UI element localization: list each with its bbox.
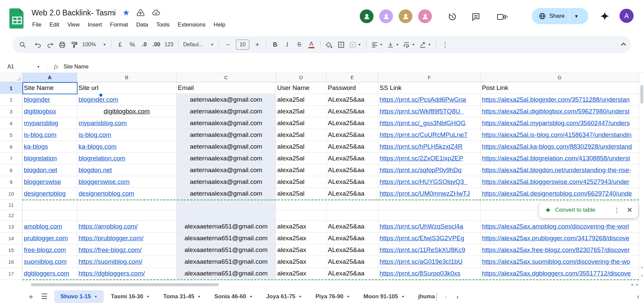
popup-more-icon[interactable]: ⋮ <box>611 206 623 214</box>
share-dropdown[interactable]: ▼ <box>569 14 583 19</box>
cell-G15[interactable]: https://alexa25ax.free-blogz.com/8230765… <box>481 244 639 256</box>
sheet-tab-menu-caret[interactable]: ▼ <box>249 295 253 298</box>
cell-F11[interactable] <box>378 200 481 210</box>
column-header-B[interactable]: B <box>77 73 177 82</box>
cell-E12[interactable] <box>327 210 378 221</box>
version-history-icon[interactable] <box>448 12 457 21</box>
cell-G3[interactable]: https://alexa25al.digiblogbox.com/596279… <box>481 106 639 117</box>
cell-C9[interactable]: aeternaalexa@gmail.com <box>177 176 276 188</box>
cell-C2[interactable]: aeternaalexa@gmail.com <box>177 94 276 106</box>
cell-E1[interactable]: Password <box>327 82 378 94</box>
cell-C8[interactable]: aeternaalexa@gmail.com <box>177 164 276 176</box>
cell-C4[interactable]: aeternaalexa@gmail.com <box>177 117 276 129</box>
cell-B4[interactable]: myparisblog.com <box>77 117 177 129</box>
sheet-tab-shuvo-1-15[interactable]: Shuvo 1-15▼ <box>54 290 104 303</box>
cell-F6[interactable]: https://prnt.sc/hPLH5kzxtZ4R <box>378 141 481 153</box>
zoom-select[interactable]: 100%▼ <box>80 39 108 51</box>
cell-B15[interactable]: https://free-blogz.com/ <box>77 244 177 256</box>
cell-link[interactable]: bloggerswise <box>24 178 61 186</box>
column-header-F[interactable]: F <box>378 73 481 82</box>
cell-B13[interactable]: https://amoblog.com/ <box>77 221 177 233</box>
cell-link[interactable]: https://prnt.sc/8Surpo03k0xs <box>380 270 460 277</box>
cell-G9[interactable]: https://alexa25al.bloggerswise.com/42527… <box>481 176 639 188</box>
merge-cells-button[interactable]: ▼ <box>347 39 363 51</box>
row-header-17[interactable]: 17 <box>0 268 22 279</box>
sheet-tab-jhuma[interactable]: jhuma <box>412 290 436 303</box>
cell-G14[interactable]: https://alexa25ax.prublogger.com/3417926… <box>481 233 639 244</box>
cell-B14[interactable]: https://prublogger.com/ <box>77 233 177 244</box>
sheet-tab-menu-caret[interactable]: ▼ <box>197 295 201 298</box>
cell-G1[interactable]: Post Link <box>481 82 639 94</box>
row-header-12[interactable]: 12 <box>0 210 22 221</box>
borders-button[interactable] <box>335 39 347 51</box>
cell-B5[interactable]: is-blog.com <box>77 129 177 141</box>
cell-D3[interactable]: alexa25al <box>276 106 327 117</box>
all-sheets-button[interactable]: ☰ <box>38 290 51 303</box>
text-color-button[interactable]: A <box>305 39 317 51</box>
cell-B16[interactable]: https://suomiblog.com/ <box>77 256 177 268</box>
cell-link[interactable]: suomiblog.com <box>24 258 67 265</box>
menu-format[interactable]: Format <box>106 20 132 30</box>
cell-link[interactable]: bloginder <box>24 96 50 103</box>
cell-A7[interactable]: blogrelation <box>22 153 77 164</box>
cell-link[interactable]: https://alexa25al.designertoblog.com/662… <box>482 190 632 197</box>
cell-link[interactable]: https://alexa25al.blogdon.net/understand… <box>482 166 631 174</box>
horizontal-scroll-arrows[interactable]: ◀▶ <box>631 283 642 286</box>
cell-link[interactable]: https://alexa25al.ka-blogs.com/88302928/… <box>482 143 632 150</box>
cell-link[interactable]: https://prnt.sc/11ReSkXU8Kc9 <box>380 246 465 254</box>
menu-file[interactable]: File <box>28 20 45 30</box>
horizontal-align-button[interactable]: ▼ <box>369 39 385 51</box>
vertical-scrollbar-thumb[interactable] <box>640 85 643 104</box>
video-call-icon[interactable] <box>497 12 508 21</box>
row-header-6[interactable]: 6 <box>0 141 22 153</box>
cell-link[interactable]: https://prnt.sc/UhWzqSescl4a <box>380 223 463 230</box>
cell-F7[interactable]: https://prnt.sc/2ZxOE1ixp2EP <box>378 153 481 164</box>
cell-F15[interactable]: https://prnt.sc/11ReSkXU8Kc9 <box>378 244 481 256</box>
cell-link[interactable]: https://alexa25ax.prublogger.com/3417926… <box>482 235 629 242</box>
row-header-8[interactable]: 8 <box>0 164 22 176</box>
more-formats-button[interactable]: 123 <box>162 39 176 51</box>
comments-icon[interactable] <box>471 12 481 21</box>
row-header-16[interactable]: 16 <box>0 256 22 268</box>
cell-D5[interactable]: alexa25al <box>276 129 327 141</box>
cell-E11[interactable] <box>327 200 378 210</box>
cell-link[interactable]: myparisblog <box>24 119 58 127</box>
cell-F13[interactable]: https://prnt.sc/UhWzqSescl4a <box>378 221 481 233</box>
cell-E15[interactable]: ALexa25&aa <box>327 244 378 256</box>
row-header-10[interactable]: 10 <box>0 188 22 200</box>
cell-link[interactable]: https://prnt.sc/HUYGSOlqvQ3 <box>380 178 467 186</box>
cell-A16[interactable]: suomiblog.com <box>22 256 77 268</box>
paint-format-button[interactable] <box>68 39 80 51</box>
cell-C11[interactable] <box>177 200 276 210</box>
sheet-tab-toma-31-45[interactable]: Toma 31-45▼ <box>157 290 207 303</box>
vertical-scrollbar[interactable] <box>640 82 644 282</box>
row-header-4[interactable]: 4 <box>0 117 22 129</box>
cell-A14[interactable]: prublogger.com <box>22 233 77 244</box>
column-header-E[interactable]: E <box>327 73 378 82</box>
column-header-C[interactable]: C <box>177 73 276 82</box>
cell-E16[interactable]: ALexa25&aa <box>327 256 378 268</box>
cell-D15[interactable]: alexa25ax <box>276 244 327 256</box>
cloud-saved-icon[interactable] <box>152 8 160 17</box>
cell-link[interactable]: https://prnt.sc/UM0mnwzZHwTJ <box>380 190 470 197</box>
cell-link[interactable]: https://alexa25ax.dgbloggers.com/3551771… <box>482 270 631 277</box>
italic-button[interactable]: I <box>281 39 293 51</box>
sheet-tab-tasmi-16-30[interactable]: Tasmi 16-30▼ <box>105 290 156 303</box>
cell-F5[interactable]: https://prnt.sc/CuURcMPuLne7 <box>378 129 481 141</box>
cell-E13[interactable]: ALexa25&aa <box>327 221 378 233</box>
cell-E7[interactable]: ALexa25&aa <box>327 153 378 164</box>
cell-E6[interactable]: ALexa25&aa <box>327 141 378 153</box>
cell-link[interactable]: blogdon.net <box>79 166 112 174</box>
cell-C7[interactable]: aeternaalexa@gmail.com <box>177 153 276 164</box>
cell-B1[interactable]: Site url <box>77 82 177 94</box>
cell-C17[interactable]: alexaaeterna651@gmail.com <box>177 268 276 279</box>
row-header-14[interactable]: 14 <box>0 233 22 244</box>
cell-F12[interactable] <box>378 210 481 221</box>
cell-link[interactable]: ka-blogs.com <box>79 143 116 150</box>
cell-A11[interactable] <box>22 200 77 210</box>
cell-C15[interactable]: alexaaeterna651@gmail.com <box>177 244 276 256</box>
sheet-tab-menu-caret[interactable]: ▼ <box>401 295 405 298</box>
cell-A10[interactable]: designertoblog <box>22 188 77 200</box>
share-button[interactable]: Share ▼ <box>532 8 588 24</box>
cell-G13[interactable]: https://alexa25ax.amoblog.com/discoverin… <box>481 221 639 233</box>
